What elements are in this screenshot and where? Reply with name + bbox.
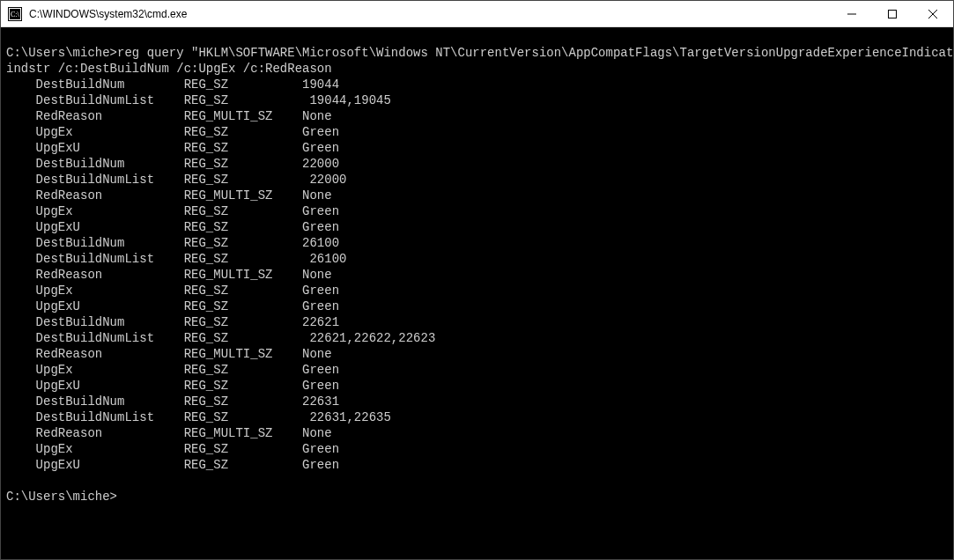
output-line: DestBuildNumList REG_SZ 19044,19045 bbox=[6, 92, 948, 108]
window-title: C:\WINDOWS\system32\cmd.exe bbox=[27, 8, 832, 20]
output-line: RedReason REG_MULTI_SZ None bbox=[6, 346, 948, 362]
output-line: DestBuildNum REG_SZ 22621 bbox=[6, 314, 948, 330]
output-line: RedReason REG_MULTI_SZ None bbox=[6, 425, 948, 441]
output-line: DestBuildNumList REG_SZ 22631,22635 bbox=[6, 409, 948, 425]
terminal-output[interactable]: C:\Users\miche>reg query "HKLM\SOFTWARE\… bbox=[1, 27, 953, 559]
close-button[interactable] bbox=[913, 1, 953, 27]
output-line: RedReason REG_MULTI_SZ None bbox=[6, 188, 948, 203]
output-line: UpgExU REG_SZ Green bbox=[6, 298, 948, 314]
command-line: indstr /c:DestBuildNum /c:UpgEx /c:RedRe… bbox=[6, 61, 948, 77]
command-line: C:\Users\miche>reg query "HKLM\SOFTWARE\… bbox=[6, 45, 948, 61]
output-line: UpgExU REG_SZ Green bbox=[6, 378, 948, 394]
output-line: DestBuildNumList REG_SZ 22621,22622,2262… bbox=[6, 330, 948, 346]
output-line: DestBuildNum REG_SZ 26100 bbox=[6, 235, 948, 251]
output-line: DestBuildNumList REG_SZ 26100 bbox=[6, 251, 948, 267]
output-line: UpgEx REG_SZ Green bbox=[6, 362, 948, 378]
output-line: UpgEx REG_SZ Green bbox=[6, 203, 948, 219]
minimize-button[interactable] bbox=[832, 1, 872, 27]
output-line: RedReason REG_MULTI_SZ None bbox=[6, 267, 948, 283]
output-line: RedReason REG_MULTI_SZ None bbox=[6, 108, 948, 124]
output-line: UpgEx REG_SZ Green bbox=[6, 283, 948, 298]
cmd-window: C:\ C:\WINDOWS\system32\cmd.exe C:\Users… bbox=[0, 0, 954, 560]
window-controls bbox=[832, 1, 953, 26]
maximize-button[interactable] bbox=[872, 1, 913, 27]
svg-text:C:\: C:\ bbox=[11, 11, 20, 18]
output-line: UpgExU REG_SZ Green bbox=[6, 457, 948, 473]
output-line: DestBuildNum REG_SZ 22631 bbox=[6, 394, 948, 409]
titlebar[interactable]: C:\ C:\WINDOWS\system32\cmd.exe bbox=[1, 1, 953, 27]
output-line: UpgExU REG_SZ Green bbox=[6, 140, 948, 156]
output-line: UpgExU REG_SZ Green bbox=[6, 219, 948, 235]
output-line: UpgEx REG_SZ Green bbox=[6, 441, 948, 457]
output-line: DestBuildNumList REG_SZ 22000 bbox=[6, 172, 948, 188]
output-line: DestBuildNum REG_SZ 19044 bbox=[6, 77, 948, 92]
svg-rect-5 bbox=[889, 11, 897, 18]
output-line: UpgEx REG_SZ Green bbox=[6, 124, 948, 140]
cmd-icon: C:\ bbox=[8, 7, 22, 21]
output-line: DestBuildNum REG_SZ 22000 bbox=[6, 156, 948, 172]
prompt-line: C:\Users\miche> bbox=[6, 489, 948, 505]
